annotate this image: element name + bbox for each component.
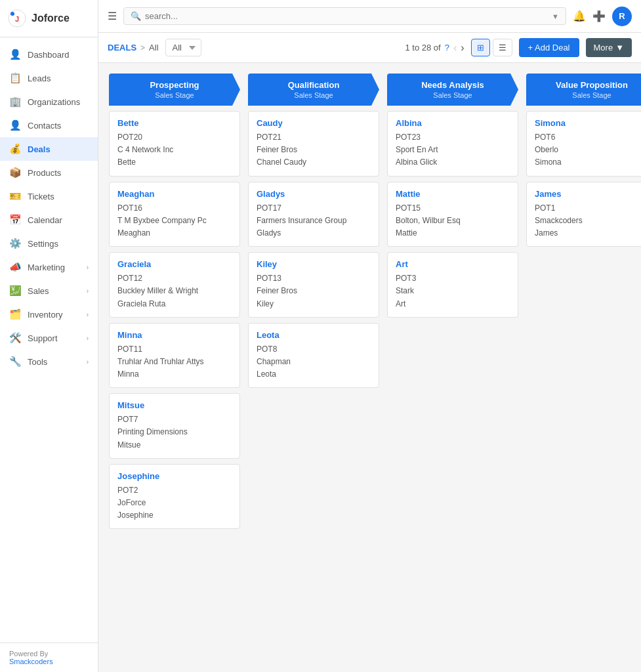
deal-card[interactable]: Bette POT20C 4 Network IncBette bbox=[109, 111, 240, 177]
deal-card-info: POT11Truhlar And Truhlar AttysMinna bbox=[117, 343, 232, 381]
expand-arrow: › bbox=[87, 311, 89, 318]
prev-page-button[interactable]: ‹ bbox=[453, 42, 457, 54]
smackcoders-link[interactable]: Smackcoders bbox=[9, 658, 53, 665]
sidebar-label-calendar: Calendar bbox=[28, 215, 62, 225]
deal-card-name: Gladys bbox=[257, 189, 371, 199]
sidebar-item-dashboard[interactable]: 👤 Dashboard bbox=[0, 43, 98, 66]
deal-card[interactable]: James POT1SmackcodersJames bbox=[526, 182, 641, 247]
kanban-column-value-proposition: Value Proposition Sales Stage Simona POT… bbox=[526, 74, 641, 247]
deal-card-name: Art bbox=[396, 259, 510, 269]
sidebar-item-marketing[interactable]: 📣 Marketing › bbox=[0, 255, 98, 279]
expand-arrow: › bbox=[87, 287, 89, 295]
deal-card-info: POT2JoForceJosephine bbox=[117, 484, 232, 522]
filter-select[interactable]: All bbox=[165, 39, 201, 56]
pagination: 1 to 28 of ? ‹ › bbox=[405, 42, 464, 54]
deal-card[interactable]: Leota POT8ChapmanLeota bbox=[248, 323, 379, 388]
column-title-needs-analysis: Needs Analysis bbox=[396, 80, 509, 90]
deal-card[interactable]: Mattie POT15Bolton, Wilbur EsqMattie bbox=[387, 182, 518, 247]
sidebar-item-inventory[interactable]: 🗂️ Inventory › bbox=[0, 303, 98, 326]
svg-point-2 bbox=[10, 12, 14, 16]
sidebar-label-contacts: Contacts bbox=[28, 121, 61, 131]
breadcrumb-deals[interactable]: DEALS bbox=[108, 43, 136, 52]
sidebar-nav: 👤 Dashboard 📋 Leads 🏢 Organizations 👤 Co… bbox=[0, 37, 98, 642]
user-avatar[interactable]: R bbox=[612, 7, 632, 26]
kanban-cards-needs-analysis: Albina POT23Sport En ArtAlbina Glick Mat… bbox=[387, 111, 518, 318]
sidebar-item-organizations[interactable]: 🏢 Organizations bbox=[0, 90, 98, 114]
deal-card[interactable]: Kiley POT13Feiner BrosKiley bbox=[248, 252, 379, 318]
deal-card-info: POT6OberloSimona bbox=[535, 131, 641, 169]
next-page-button[interactable]: › bbox=[461, 42, 464, 54]
deal-card-name: Mitsue bbox=[117, 400, 232, 410]
deal-card[interactable]: Caudy POT21Feiner BrosChanel Caudy bbox=[248, 111, 379, 177]
sidebar-item-sales[interactable]: 💹 Sales › bbox=[0, 279, 98, 303]
list-view-button[interactable]: ☰ bbox=[493, 39, 512, 56]
contacts-icon: 👤 bbox=[9, 119, 21, 131]
column-header-prospecting: Prospecting Sales Stage bbox=[109, 74, 240, 106]
settings-icon: ⚙️ bbox=[9, 238, 21, 249]
search-icon: 🔍 bbox=[131, 11, 141, 21]
filter-dropdown[interactable]: All bbox=[165, 39, 201, 56]
column-subtitle-value-proposition: Sales Stage bbox=[535, 91, 641, 99]
sidebar-label-support: Support bbox=[28, 333, 58, 343]
column-title-prospecting: Prospecting bbox=[118, 80, 231, 90]
deal-card-name: Mattie bbox=[396, 189, 510, 199]
deal-card[interactable]: Mitsue POT7Printing DimensionsMitsue bbox=[109, 393, 240, 459]
column-header-qualification: Qualification Sales Stage bbox=[248, 74, 379, 106]
organizations-icon: 🏢 bbox=[9, 96, 21, 108]
marketing-icon: 📣 bbox=[9, 261, 21, 273]
sidebar-item-support[interactable]: 🛠️ Support › bbox=[0, 326, 98, 350]
topbar-actions: 🔔 ➕ R bbox=[573, 7, 632, 26]
deal-card[interactable]: Graciela POT12Buckley Miller & WrightGra… bbox=[109, 252, 240, 318]
sidebar-label-settings: Settings bbox=[28, 239, 58, 249]
sidebar-label-organizations: Organizations bbox=[28, 97, 80, 107]
expand-arrow: › bbox=[87, 358, 89, 366]
deal-card-name: Minna bbox=[117, 330, 232, 340]
kanban-view-button[interactable]: ⊞ bbox=[471, 39, 490, 56]
deal-card[interactable]: Josephine POT2JoForceJosephine bbox=[109, 464, 240, 530]
sidebar-item-contacts[interactable]: 👤 Contacts bbox=[0, 114, 98, 137]
logo-area: J Joforce bbox=[0, 0, 98, 37]
column-subtitle-qualification: Sales Stage bbox=[257, 91, 370, 99]
deals-toolbar: DEALS > All All 1 to 28 of ? ‹ › ⊞ ☰ + A… bbox=[98, 33, 641, 63]
search-input[interactable] bbox=[145, 11, 548, 21]
deal-card[interactable]: Meaghan POT16T M Byxbee Company PcMeagha… bbox=[109, 182, 240, 247]
add-deal-button[interactable]: + Add Deal bbox=[519, 38, 579, 57]
sidebar-label-products: Products bbox=[28, 168, 61, 178]
deal-card[interactable]: Art POT3StarkArt bbox=[387, 252, 518, 318]
deal-card[interactable]: Gladys POT17Farmers Insurance GroupGlady… bbox=[248, 182, 379, 247]
topbar: ☰ 🔍 ▼ 🔔 ➕ R bbox=[98, 0, 641, 33]
deal-card-name: Albina bbox=[396, 118, 510, 128]
column-subtitle-prospecting: Sales Stage bbox=[118, 91, 231, 99]
deal-card-name: Josephine bbox=[117, 471, 232, 481]
inventory-icon: 🗂️ bbox=[9, 308, 21, 320]
help-icon[interactable]: ? bbox=[445, 43, 449, 52]
sidebar-item-leads[interactable]: 📋 Leads bbox=[0, 66, 98, 90]
sidebar-item-settings[interactable]: ⚙️ Settings bbox=[0, 232, 98, 255]
sidebar-item-products[interactable]: 📦 Products bbox=[0, 161, 98, 184]
sidebar-label-sales: Sales bbox=[28, 286, 49, 296]
breadcrumb-all: All bbox=[149, 43, 158, 52]
kanban-cards-value-proposition: Simona POT6OberloSimona James POT1Smackc… bbox=[526, 111, 641, 247]
deal-card-info: POT16T M Byxbee Company PcMeaghan bbox=[117, 202, 232, 240]
kanban-cards-qualification: Caudy POT21Feiner BrosChanel Caudy Glady… bbox=[248, 111, 379, 388]
deal-card[interactable]: Minna POT11Truhlar And Truhlar AttysMinn… bbox=[109, 323, 240, 388]
kanban-column-needs-analysis: Needs Analysis Sales Stage Albina POT23S… bbox=[387, 74, 518, 318]
sidebar-item-calendar[interactable]: 📅 Calendar bbox=[0, 208, 98, 232]
sidebar-item-tools[interactable]: 🔧 Tools › bbox=[0, 350, 98, 373]
breadcrumb-sep: > bbox=[140, 43, 145, 52]
expand-arrow: › bbox=[87, 335, 89, 342]
hamburger-icon[interactable]: ☰ bbox=[108, 10, 117, 22]
deal-card-name: Caudy bbox=[257, 118, 371, 128]
search-dropdown-arrow[interactable]: ▼ bbox=[552, 12, 559, 20]
deal-card[interactable]: Albina POT23Sport En ArtAlbina Glick bbox=[387, 111, 518, 177]
bell-icon[interactable]: 🔔 bbox=[573, 10, 586, 22]
pagination-text: 1 to 28 of bbox=[405, 43, 440, 52]
deal-card-name: Bette bbox=[117, 118, 232, 128]
kanban-column-prospecting: Prospecting Sales Stage Bette POT20C 4 N… bbox=[109, 74, 240, 529]
add-icon[interactable]: ➕ bbox=[592, 10, 606, 22]
deal-card[interactable]: Simona POT6OberloSimona bbox=[526, 111, 641, 177]
more-button[interactable]: More ▼ bbox=[586, 38, 632, 57]
sidebar-item-deals[interactable]: 💰 Deals bbox=[0, 137, 98, 161]
dashboard-icon: 👤 bbox=[9, 49, 21, 60]
sidebar-item-tickets[interactable]: 🎫 Tickets bbox=[0, 184, 98, 208]
